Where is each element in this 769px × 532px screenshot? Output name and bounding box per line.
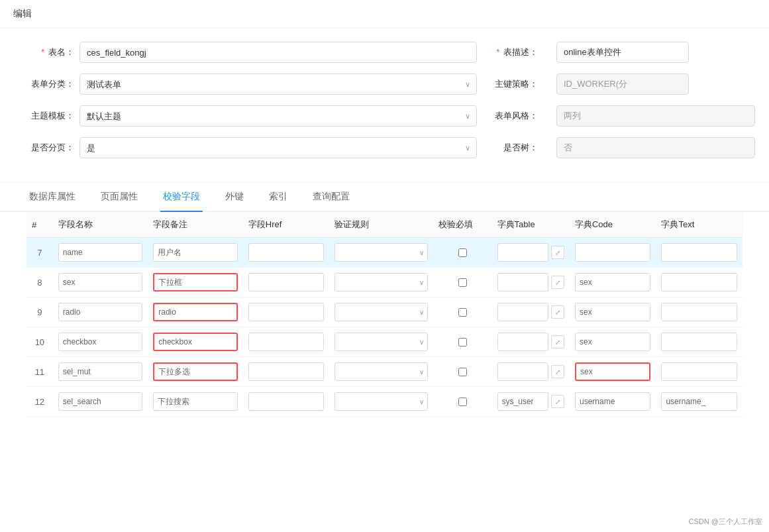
dict-text-input[interactable] bbox=[661, 243, 737, 262]
required-checkbox[interactable] bbox=[458, 308, 467, 317]
validate-rule-select[interactable] bbox=[334, 362, 428, 381]
field-comment-input[interactable] bbox=[153, 392, 238, 411]
table-name-label: * 表名： bbox=[26, 46, 79, 58]
field-name-input[interactable] bbox=[58, 243, 143, 262]
dict-text-input[interactable] bbox=[661, 333, 737, 351]
validate-rule-select[interactable] bbox=[334, 392, 428, 411]
tab-validate[interactable]: 校验字段 bbox=[160, 183, 203, 212]
validate-rule-cell bbox=[329, 297, 433, 327]
required-checkbox[interactable] bbox=[458, 248, 467, 257]
dict-table-input[interactable] bbox=[497, 303, 548, 321]
pagination-group: 是否分页： 是 bbox=[26, 137, 477, 158]
required-checkbox[interactable] bbox=[458, 278, 467, 287]
field-name-input[interactable] bbox=[58, 303, 143, 321]
validate-rule-select[interactable] bbox=[334, 333, 428, 351]
tab-query[interactable]: 查询配置 bbox=[310, 183, 352, 212]
tree-label: 是否树： bbox=[490, 142, 543, 154]
required-cell bbox=[433, 357, 492, 387]
field-name-input[interactable] bbox=[58, 392, 143, 411]
dict-table-expand-btn[interactable]: ⤢ bbox=[551, 305, 564, 319]
pk-value: ID_WORKER(分 bbox=[556, 74, 689, 95]
required-cell bbox=[433, 387, 492, 417]
validate-rule-cell bbox=[329, 357, 433, 387]
dict-table-cell: ⤢ bbox=[492, 268, 570, 297]
table-row: 9⤢ bbox=[26, 297, 743, 327]
dict-table-expand-btn[interactable]: ⤢ bbox=[551, 276, 564, 289]
validate-rule-cell bbox=[329, 238, 433, 268]
field-comment-cell bbox=[148, 387, 243, 417]
field-comment-input[interactable] bbox=[153, 273, 238, 292]
table-desc-label: * 表描述： bbox=[490, 46, 543, 58]
field-href-input[interactable] bbox=[248, 362, 324, 381]
dict-table-expand-btn[interactable]: ⤢ bbox=[551, 365, 564, 378]
table-desc-input[interactable] bbox=[556, 42, 689, 63]
tabs-section: 数据库属性 页面属性 校验字段 外键 索引 查询配置 bbox=[0, 183, 769, 212]
form-row-1: * 表名： * 表描述： bbox=[26, 42, 743, 63]
field-comment-cell bbox=[148, 327, 243, 357]
validate-rule-cell bbox=[329, 387, 433, 417]
tab-index[interactable]: 索引 bbox=[266, 183, 290, 212]
dict-table-input[interactable] bbox=[497, 243, 548, 262]
dict-table-expand-btn[interactable]: ⤢ bbox=[551, 395, 564, 408]
field-href-input[interactable] bbox=[248, 243, 324, 262]
dict-text-input[interactable] bbox=[661, 362, 737, 381]
field-comment-input[interactable] bbox=[153, 303, 238, 321]
dict-code-input[interactable] bbox=[575, 303, 650, 321]
validate-rule-select[interactable] bbox=[334, 243, 428, 262]
dict-code-input[interactable] bbox=[575, 273, 650, 292]
pagination-select[interactable]: 是 bbox=[79, 137, 477, 158]
table-row: 12⤢ bbox=[26, 387, 743, 417]
validate-rule-cell bbox=[329, 268, 433, 297]
field-href-input[interactable] bbox=[248, 392, 324, 411]
dict-text-cell bbox=[656, 238, 743, 268]
pk-group: 主键策略： ID_WORKER(分 bbox=[490, 74, 755, 95]
field-comment-input[interactable] bbox=[153, 243, 238, 262]
tab-db[interactable]: 数据库属性 bbox=[26, 183, 78, 212]
field-name-input[interactable] bbox=[58, 362, 143, 381]
field-comment-cell bbox=[148, 297, 243, 327]
dict-table-input[interactable] bbox=[497, 273, 548, 292]
field-href-input[interactable] bbox=[248, 303, 324, 321]
field-comment-input[interactable] bbox=[153, 362, 238, 381]
dict-text-input[interactable] bbox=[661, 273, 737, 292]
field-comment-input[interactable] bbox=[153, 333, 238, 351]
field-href-input[interactable] bbox=[248, 333, 324, 351]
style-group: 表单风格： 两列 bbox=[490, 105, 755, 127]
tab-fk[interactable]: 外键 bbox=[223, 183, 246, 212]
validate-rule-select[interactable] bbox=[334, 273, 428, 292]
theme-select[interactable]: 默认主题 bbox=[79, 105, 477, 127]
field-name-input[interactable] bbox=[58, 273, 143, 292]
category-select[interactable]: 测试表单 bbox=[79, 74, 477, 95]
dict-table-expand-btn[interactable]: ⤢ bbox=[551, 246, 564, 259]
dict-code-input[interactable] bbox=[575, 333, 650, 351]
required-checkbox[interactable] bbox=[458, 398, 467, 406]
table-row: 10⤢ bbox=[26, 327, 743, 357]
dict-table-input[interactable] bbox=[497, 333, 548, 351]
dict-code-input[interactable] bbox=[575, 362, 650, 381]
validate-rule-select[interactable] bbox=[334, 303, 428, 321]
dict-code-input[interactable] bbox=[575, 392, 650, 411]
field-href-input[interactable] bbox=[248, 273, 324, 292]
table-name-input[interactable] bbox=[79, 42, 477, 63]
dict-text-input[interactable] bbox=[661, 392, 737, 411]
required-cell bbox=[433, 327, 492, 357]
dict-text-cell bbox=[656, 357, 743, 387]
col-table-header: 字典Table bbox=[492, 212, 570, 238]
row-number: 10 bbox=[26, 327, 53, 357]
dict-table-expand-btn[interactable]: ⤢ bbox=[551, 335, 564, 348]
dict-code-input[interactable] bbox=[575, 243, 650, 262]
dict-table-input[interactable] bbox=[497, 392, 548, 411]
dict-table-input[interactable] bbox=[497, 362, 548, 381]
field-href-cell bbox=[243, 327, 329, 357]
dict-text-cell bbox=[656, 327, 743, 357]
field-name-input[interactable] bbox=[58, 333, 143, 351]
required-checkbox[interactable] bbox=[458, 338, 467, 346]
row-number: 11 bbox=[26, 357, 53, 387]
tab-page[interactable]: 页面属性 bbox=[98, 183, 140, 212]
validate-rule-cell bbox=[329, 327, 433, 357]
required-cell bbox=[433, 297, 492, 327]
field-name-cell bbox=[53, 357, 148, 387]
dict-text-input[interactable] bbox=[661, 303, 737, 321]
required-checkbox[interactable] bbox=[458, 368, 467, 376]
page-title: 编辑 bbox=[0, 0, 769, 28]
